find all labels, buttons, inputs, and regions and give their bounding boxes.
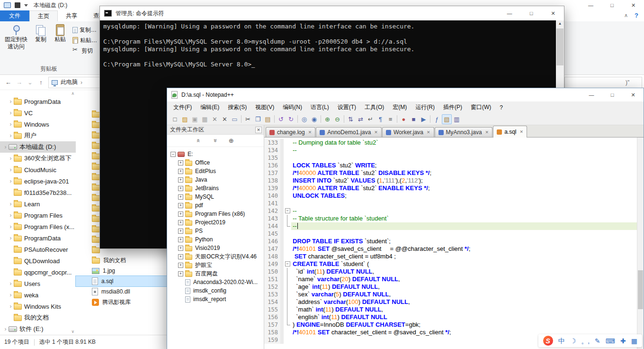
sogou-logo[interactable]: S [543, 336, 553, 346]
tree-folder[interactable]: +天眼OCR文字识别V4.46 [170, 252, 264, 261]
sidebar-item[interactable]: ›weka [0, 289, 76, 301]
menu-item[interactable]: 文件(F) [169, 103, 196, 111]
editor-line[interactable]: 157) ENGINE=InnoDB DEFAULT CHARSET=gbk; [264, 321, 644, 329]
editor-line[interactable]: 137/*!40000 ALTER TABLE `stu2` DISABLE K… [264, 169, 644, 177]
ribbon-tab[interactable]: 文件 [0, 10, 29, 21]
menu-item[interactable]: 编码(N) [278, 103, 306, 111]
sync-vertical-icon[interactable]: ⇅ [346, 114, 356, 124]
minimize-button[interactable]: — [580, 0, 601, 10]
editor-line[interactable]: 133-- Dumping data for table `stu2` [264, 139, 644, 147]
tree-folder[interactable]: +百度网盘 [170, 269, 264, 278]
panel-header[interactable]: 文件夹工作区 ✕ [167, 125, 264, 135]
sync-horizontal-icon[interactable]: ⇄ [356, 114, 366, 124]
tree-folder[interactable]: +EditPlus [170, 167, 264, 175]
close-tab-icon[interactable]: ✕ [485, 130, 489, 135]
close-tab-icon[interactable]: ✕ [520, 129, 524, 134]
chinese-input-icon[interactable]: 中 [558, 338, 565, 344]
handwriting-icon[interactable]: ✎ [595, 338, 600, 344]
tree-folder[interactable]: +Program Files (x86) [170, 210, 264, 218]
ribbon-small-button[interactable]: 复制路径 [72, 25, 102, 35]
editor-line[interactable]: 141 [264, 200, 644, 207]
add-icon[interactable]: ✚ [620, 338, 626, 344]
editor-line[interactable]: 136LOCK TABLES `stu2` WRITE; [264, 162, 644, 169]
menu-item[interactable]: ? [495, 104, 507, 111]
menu-item[interactable]: 设置(T) [333, 103, 360, 111]
menu-item[interactable]: 搜索(S) [224, 103, 251, 111]
sidebar-item[interactable]: ›Windows [0, 119, 76, 130]
tree-folder[interactable]: +Visio2019 [170, 244, 264, 252]
select-folder-icon[interactable]: ⊕ [229, 137, 234, 144]
macro-play-icon[interactable]: ▶ [419, 114, 429, 124]
editor-line[interactable]: 135 [264, 154, 644, 162]
sidebar-item[interactable]: ›本地磁盘 (D:) [0, 141, 76, 153]
editor-line[interactable]: 143-- Table structure for table `student… [264, 215, 644, 222]
save-all-icon[interactable]: ▦ [200, 114, 210, 124]
ribbon-tab[interactable]: 共享 [58, 10, 85, 21]
editor-line[interactable]: 142−-- [264, 207, 644, 215]
cmd-titlebar[interactable]: 管理员: 命令提示符 — □ ✕ [100, 6, 564, 20]
tab-annodemo1-java[interactable]: AnnoDemo1.java✕ [316, 127, 382, 137]
expand-icon[interactable]: + [178, 271, 183, 276]
scroll-thumb[interactable] [556, 28, 564, 65]
redo-icon[interactable]: ↻ [286, 114, 296, 124]
scroll-thumb[interactable] [638, 270, 643, 309]
maximize-button[interactable]: □ [602, 88, 623, 101]
tree-root[interactable]: −E: [170, 150, 264, 158]
expand-icon[interactable]: + [178, 194, 183, 200]
help-icon[interactable]: ? [635, 12, 638, 19]
close-panel-icon[interactable]: ✕ [255, 127, 262, 133]
sidebar-item[interactable]: ›Windows Kits [0, 301, 76, 312]
sidebar-item[interactable]: QLDownload [0, 255, 76, 266]
maximize-button[interactable]: □ [601, 0, 623, 10]
sidebar-item[interactable]: ›CloudMusic [0, 164, 76, 175]
menu-item[interactable]: 语言(L) [306, 103, 333, 111]
tree-folder[interactable]: +PS [170, 227, 264, 235]
editor-line[interactable]: 156 `english` int(11) DEFAULT NULL [264, 313, 644, 321]
editor-line[interactable]: 139/*!40000 ALTER TABLE `stu2` ENABLE KE… [264, 184, 644, 192]
find-icon[interactable]: ◎ [299, 114, 309, 124]
sidebar-item[interactable]: PSAutoRecover [0, 244, 76, 255]
menu-item[interactable]: 视图(V) [251, 103, 278, 111]
tree-file[interactable]: imsdk_report [170, 295, 264, 303]
copy-button[interactable]: 复制 [32, 21, 49, 43]
close-tab-icon[interactable]: ✕ [374, 130, 378, 135]
editor-line[interactable]: 145 [264, 230, 644, 238]
open-file-icon[interactable]: ▨ [180, 114, 190, 124]
sidebar-item[interactable]: ›ProgramData [0, 96, 76, 107]
fold-collapse-icon[interactable]: − [285, 208, 290, 213]
paste-button[interactable]: 粘贴 [52, 21, 69, 43]
expand-icon[interactable]: + [178, 177, 183, 183]
expand-icon[interactable]: + [178, 203, 183, 208]
editor-line[interactable]: 146DROP TABLE IF EXISTS `student`; [264, 238, 644, 245]
editor-line[interactable]: 153 `sex` varchar(5) DEFAULT NULL, [264, 291, 644, 298]
folder-workspace-icon[interactable]: ▧ [442, 114, 452, 124]
sidebar-item[interactable]: ›Program Files (x... [0, 221, 76, 232]
tree-file[interactable]: imsdk_config [170, 286, 264, 295]
menu-item[interactable]: 编辑(E) [196, 103, 224, 111]
editor-line[interactable]: 152 `age` int(11) DEFAULT NULL, [264, 283, 644, 291]
expand-icon[interactable]: + [178, 229, 183, 234]
sidebar-item[interactable]: qqpcmgr_docpr... [0, 266, 76, 278]
close-file-icon[interactable]: ✕ [210, 114, 220, 124]
expand-icon[interactable]: + [178, 263, 183, 268]
ribbon-small-button[interactable]: 剪切 [72, 46, 102, 56]
tab-worker-java[interactable]: Worker.java✕ [382, 127, 434, 137]
back-icon[interactable]: ← [3, 77, 14, 88]
tab-change-log[interactable]: change.log✕ [266, 127, 315, 137]
collapse-icon[interactable]: − [170, 152, 176, 157]
tree-folder[interactable]: +JetBrains [170, 184, 264, 193]
expand-icon[interactable]: + [178, 211, 183, 217]
document-map-icon[interactable]: ▥ [452, 114, 462, 124]
word-wrap-icon[interactable]: ↵ [366, 114, 376, 124]
quick-access-toolbar-icon[interactable] [15, 2, 20, 8]
tree-folder[interactable]: +Python [170, 235, 264, 244]
collapse-ribbon-icon[interactable]: ∧ [624, 12, 628, 18]
tab-a-sql[interactable]: a.sql✕ [493, 126, 527, 138]
menu-item[interactable]: 工具(O) [360, 103, 388, 111]
up-icon[interactable]: ↑ [36, 77, 46, 88]
save-icon[interactable]: ▣ [190, 114, 200, 124]
close-button[interactable]: ✕ [623, 88, 644, 101]
expand-icon[interactable]: + [178, 254, 183, 259]
close-button[interactable]: ✕ [623, 0, 644, 10]
tree-folder[interactable]: +pdf [170, 201, 264, 210]
